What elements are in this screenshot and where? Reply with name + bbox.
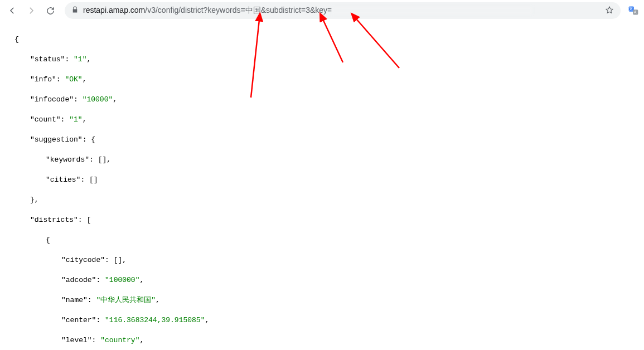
json-line: "info": "OK", [0,75,644,85]
json-line[interactable]: "districts": [ [0,215,644,225]
json-line: "count": "1", [0,115,644,125]
reload-button[interactable] [42,3,58,18]
json-line: "cities": [] [0,175,644,185]
json-line: "citycode": [], [0,255,644,265]
json-line: "infocode": "10000", [0,95,644,105]
json-line[interactable]: { [0,35,644,45]
json-line: "center": "116.3683244,39.915085", [0,315,644,325]
json-line[interactable]: { [0,235,644,245]
svg-text:A: A [634,10,637,14]
svg-text:文: 文 [629,7,633,11]
back-button[interactable] [4,3,20,18]
url-text: restapi.amap.com/v3/config/district?keyw… [83,6,532,16]
json-line: "adcode": "100000", [0,275,644,285]
json-line: "level": "country", [0,336,644,346]
json-line: "name": "中华人民共和国", [0,295,644,305]
address-bar[interactable]: restapi.amap.com/v3/config/district?keyw… [65,2,621,19]
forward-button[interactable] [23,3,39,18]
json-line: }, [0,195,644,205]
json-line: "status": "1", [0,55,644,65]
json-line: "keywords": [], [0,155,644,165]
browser-toolbar: restapi.amap.com/v3/config/district?keyw… [0,0,644,21]
lock-icon [71,6,79,15]
json-viewer: { "status": "1", "info": "OK", "infocode… [0,21,644,350]
translate-extension-icon[interactable]: 文A [627,4,640,17]
star-icon[interactable] [605,6,614,16]
json-line[interactable]: "suggestion": { [0,135,644,145]
